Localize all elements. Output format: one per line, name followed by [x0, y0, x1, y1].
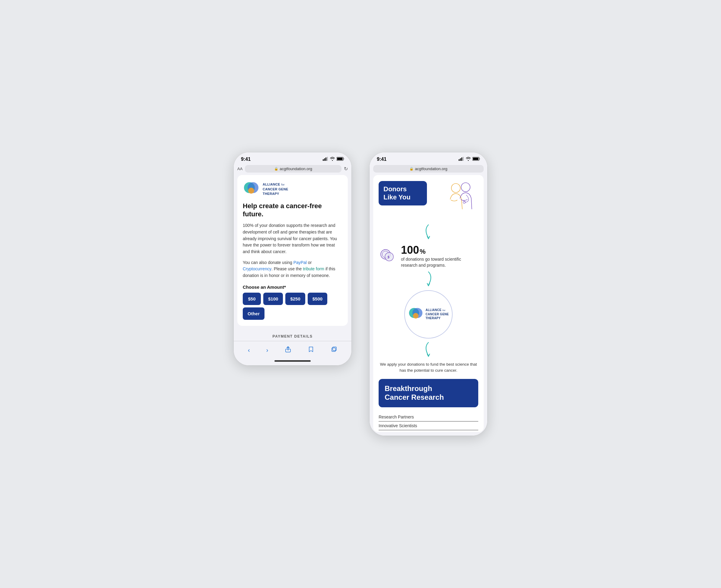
url-text-left: acgtfoundation.org: [280, 167, 312, 171]
org-logo: [243, 181, 259, 197]
aa-button-left[interactable]: AA: [237, 167, 242, 171]
svg-point-8: [248, 188, 254, 194]
status-bar-right: 9:41: [369, 152, 487, 163]
signal-icon-right: [459, 157, 464, 162]
links-or: or: [307, 260, 312, 265]
status-icons-right: [459, 157, 480, 162]
tribute-link[interactable]: tribute form: [303, 266, 324, 271]
svg-rect-1: [324, 159, 325, 161]
stat-100: 100: [401, 244, 419, 256]
status-icons-left: [323, 157, 344, 162]
donation-card: ALLIANCE for CANCER GENE THERAPY Help cr…: [237, 175, 348, 326]
lock-icon-right: 🔒: [409, 167, 414, 171]
arrow-3: [373, 342, 484, 357]
org-name-therapy: THERAPY: [263, 192, 288, 196]
right-phone: 9:41 🔒 acgtfoundation.org: [369, 152, 487, 435]
home-bar-left: [275, 360, 311, 362]
org-name-alliance: ALLIANCE for: [263, 182, 288, 187]
amount-buttons: $50 $100 $250 $500 Other: [243, 293, 342, 320]
left-phone: 9:41 AA 🔒 acgtfou: [234, 152, 352, 365]
amount-btn-250[interactable]: $250: [285, 293, 305, 305]
logo-circle: ALLIANCE for CANCER GENE THERAPY: [404, 290, 453, 338]
back-button[interactable]: ‹: [245, 345, 253, 355]
left-phone-content: ALLIANCE for CANCER GENE THERAPY Help cr…: [234, 175, 352, 341]
url-text-right: acgtfoundation.org: [415, 167, 447, 171]
share-button[interactable]: [282, 345, 294, 355]
time-left: 9:41: [241, 156, 251, 162]
svg-rect-11: [333, 347, 336, 351]
stat-pct: %: [420, 248, 426, 255]
scene: 9:41 AA 🔒 acgtfou: [234, 152, 487, 435]
url-bar-right[interactable]: 🔒 acgtfoundation.org: [373, 165, 484, 172]
svg-text:$: $: [388, 255, 389, 259]
stat-text-block: 100% of donations go toward scientific r…: [401, 244, 478, 268]
paypal-link[interactable]: PayPal: [294, 260, 307, 265]
org-header: ALLIANCE for CANCER GENE THERAPY: [243, 181, 342, 197]
svg-rect-14: [461, 158, 462, 161]
donors-figure-wrap: [427, 181, 478, 220]
logo-circle-row: ALLIANCE for CANCER GENE THERAPY: [373, 288, 484, 341]
breakthrough-box: BreakthroughCancer Research: [379, 379, 478, 407]
browser-bar-left[interactable]: AA 🔒 acgtfoundation.org ↻: [234, 163, 352, 175]
crypto-link[interactable]: Cryptocurrency: [243, 266, 272, 271]
coins-icon-wrap: $: [379, 247, 397, 265]
signal-icon-left: [323, 157, 328, 162]
payment-label: PAYMENT DETAILS: [237, 334, 348, 338]
svg-rect-3: [327, 157, 328, 161]
apply-text: We apply your donations to fund the best…: [373, 358, 484, 377]
wifi-icon-left: [330, 157, 335, 162]
svg-point-19: [461, 183, 470, 192]
right-phone-content: DonorsLike You: [369, 175, 487, 435]
research-item-0: Research Partners: [379, 413, 478, 421]
stat-desc: of donations go toward scientific resear…: [401, 256, 478, 268]
battery-icon-right: [473, 157, 480, 162]
amount-btn-50[interactable]: $50: [243, 293, 261, 305]
wifi-icon-right: [466, 157, 471, 162]
org-name-right: ALLIANCE for CANCER GENE THERAPY: [425, 308, 449, 320]
svg-rect-0: [323, 159, 324, 161]
status-bar-left: 9:41: [234, 152, 352, 163]
svg-rect-2: [325, 158, 326, 161]
svg-rect-10: [332, 348, 336, 352]
research-list: Research Partners Innovative Scientists: [373, 410, 484, 432]
donors-page: DonorsLike You: [373, 175, 484, 432]
browser-bar-right[interactable]: 🔒 acgtfoundation.org: [369, 163, 487, 175]
forward-button[interactable]: ›: [264, 345, 271, 355]
donors-title: DonorsLike You: [383, 185, 410, 201]
svg-rect-15: [463, 157, 464, 161]
tabs-button[interactable]: [328, 345, 340, 355]
donors-stat-row: $ 100% of donations go toward scientific…: [373, 241, 484, 270]
choose-amount-label: Choose an Amount*: [243, 285, 342, 290]
donation-links: You can also donate using PayPal or Cryp…: [243, 259, 342, 279]
svg-rect-13: [460, 159, 461, 161]
bottom-nav-left: ‹ ›: [234, 341, 352, 358]
lock-icon-left: 🔒: [274, 167, 278, 171]
donation-body: 100% of your donation supports the resea…: [243, 222, 342, 255]
donors-hero: DonorsLike You: [373, 175, 484, 223]
org-line2-right: CANCER GENE: [425, 312, 449, 316]
amount-btn-500[interactable]: $500: [308, 293, 327, 305]
org-name: ALLIANCE for CANCER GENE THERAPY: [263, 182, 288, 196]
svg-rect-12: [459, 159, 460, 161]
payment-section: PAYMENT DETAILS: [234, 330, 352, 341]
stat-number: 100%: [401, 244, 478, 256]
bookmarks-button[interactable]: [305, 345, 317, 355]
battery-icon-left: [337, 157, 344, 162]
svg-point-20: [463, 201, 465, 203]
research-item-1: Innovative Scientists: [379, 421, 478, 430]
amount-btn-100[interactable]: $100: [263, 293, 283, 305]
svg-point-27: [413, 313, 419, 319]
svg-rect-5: [337, 158, 343, 160]
svg-point-18: [452, 184, 460, 193]
url-bar-left[interactable]: 🔒 acgtfoundation.org: [245, 165, 341, 172]
org-logo-right: [408, 307, 423, 322]
org-name-cancer: CANCER GENE: [263, 187, 288, 192]
links-prefix: You can also donate using: [243, 260, 294, 265]
home-indicator-left: [234, 358, 352, 365]
refresh-button-left[interactable]: ↻: [344, 166, 348, 172]
links-mid: . Please use the: [272, 266, 303, 271]
people-illustration: [439, 181, 478, 220]
donors-title-box: DonorsLike You: [379, 181, 427, 206]
amount-btn-other[interactable]: Other: [243, 308, 264, 320]
arrow-1: [373, 225, 484, 239]
